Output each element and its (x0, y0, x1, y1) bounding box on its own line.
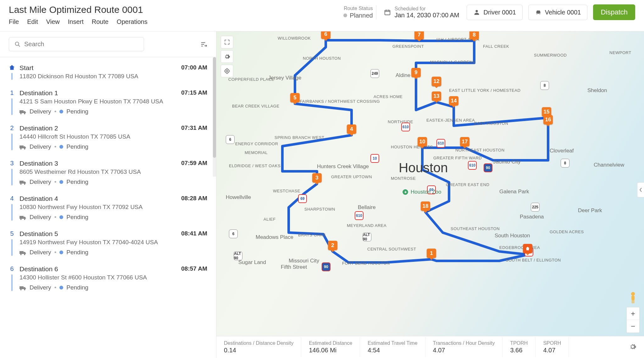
locate-button[interactable] (221, 65, 233, 77)
highway-shield: 90 (484, 163, 492, 172)
status-dot-icon (59, 180, 63, 184)
map-marker-16[interactable]: 16 (543, 115, 553, 126)
area-label: GREENSPOINT (392, 44, 424, 49)
status-dot-icon (59, 251, 63, 254)
poi-label: Houston Zoo (411, 189, 441, 195)
vehicle-button[interactable]: Vehicle 0001 (528, 5, 588, 20)
destination-number: 4 (10, 195, 14, 202)
highway-shield: 8 (540, 81, 549, 90)
route-status-label: Route Status (344, 6, 373, 11)
stat-label: Estimated Distance (309, 340, 352, 346)
settings-button[interactable] (221, 50, 233, 63)
highway-shield: 225 (531, 203, 540, 212)
destination-time: 07:59 AM (181, 160, 207, 167)
streetview-pegman[interactable] (629, 291, 637, 304)
svg-point-14 (24, 219, 25, 220)
area-label: South Houston (495, 233, 530, 239)
menu-item-file[interactable]: File (9, 18, 19, 25)
map-marker-18[interactable]: 18 (421, 201, 430, 212)
area-label: Howellville (226, 194, 251, 201)
paw-icon: ✦ (402, 189, 409, 196)
map-marker-6[interactable]: 6 (321, 31, 330, 40)
area-label: SUMMERWOOD (534, 53, 567, 58)
delivery-status: Pending (66, 249, 88, 256)
area-label: COPPERFIELD PLACE (228, 77, 275, 82)
svg-point-21 (226, 70, 228, 72)
stat-cell: Estimated Distance146.06 Mi (301, 337, 360, 357)
area-label: GREATER EAST END (446, 182, 489, 187)
stat-cell: Destinations / Distance Density0.14 (216, 337, 301, 357)
truck-icon (19, 285, 26, 290)
destination-item[interactable]: 1Destination 107:15 AM4121 S Sam Houston… (0, 85, 216, 120)
destination-address: 14919 Northwest Fwy Houston TX 77040-402… (19, 239, 170, 246)
highway-shield: 6 (229, 229, 238, 238)
highway-shield: ALT 90 (234, 251, 242, 260)
highway-shield: 610 (468, 161, 477, 170)
map-marker-2[interactable]: 2 (328, 241, 337, 251)
map-marker-4[interactable]: 4 (347, 124, 356, 135)
destination-number: 1 (10, 89, 14, 96)
destination-list[interactable]: Start07:00 AM11820 Dickinson Rd Houston … (0, 57, 216, 358)
destination-item[interactable]: 2Destination 207:31 AM14440 Hillcroft St… (0, 120, 216, 155)
map-marker-1[interactable]: 1 (427, 249, 436, 259)
destination-item[interactable]: 5Destination 508:41 AM14919 Northwest Fw… (0, 226, 216, 261)
area-label: FALL CREEK (483, 44, 509, 49)
map-marker-5[interactable]: 5 (290, 93, 300, 104)
zoom-in-button[interactable]: + (627, 307, 639, 320)
route-status-value: Planned (350, 12, 373, 19)
destination-address: 11820 Dickinson Rd Houston TX 77089 USA (19, 73, 170, 80)
search-input[interactable] (24, 41, 139, 48)
delivery-status: Pending (66, 214, 88, 221)
map-marker-9[interactable]: 9 (411, 68, 421, 79)
map-marker-17[interactable]: 17 (460, 137, 469, 148)
map-marker-home[interactable] (523, 244, 532, 255)
menu-item-operations[interactable]: Operations (117, 18, 147, 25)
menu-item-edit[interactable]: Edit (27, 18, 38, 25)
driver-button[interactable]: Driver 0001 (467, 5, 522, 20)
destination-item[interactable]: 4Destination 408:28 AM10830 Northwest Fw… (0, 190, 216, 226)
map-marker-14[interactable]: 14 (449, 96, 458, 107)
zoom-control: + − (626, 307, 640, 333)
stat-value: 3.66 (510, 347, 528, 354)
destination-title: Start (19, 64, 33, 72)
collapse-panel-button[interactable] (637, 182, 644, 197)
page-title: Last Mile Optimized Route 0001 (9, 4, 147, 15)
area-label: MONTROSE (391, 176, 416, 181)
destination-item[interactable]: Start07:00 AM11820 Dickinson Rd Houston … (0, 60, 216, 85)
dispatch-button[interactable]: Dispatch (593, 4, 635, 20)
area-label: Bellaire (358, 204, 376, 211)
svg-point-7 (20, 148, 22, 150)
fullscreen-button[interactable] (221, 36, 233, 48)
menu-item-route[interactable]: Route (92, 18, 108, 25)
destination-title: Destination 3 (19, 160, 58, 167)
user-icon (473, 9, 480, 16)
map-marker-12[interactable]: 12 (432, 77, 441, 87)
scheduled-value: Jan 14, 2030 07:00 AM (395, 12, 459, 19)
destination-item[interactable]: 3Destination 307:59 AM8605 Westheimer Rd… (0, 155, 216, 190)
map-marker-7[interactable]: 7 (414, 31, 424, 41)
stat-cell: SPORH4.07 (536, 337, 569, 357)
stat-value: 4.07 (543, 347, 561, 354)
footer-settings-button[interactable] (621, 343, 644, 352)
poi-houston-zoo[interactable]: ✦ Houston Zoo (402, 189, 441, 196)
stat-value: 4.07 (433, 347, 495, 354)
search-box[interactable] (9, 37, 144, 51)
highway-shield: 249 (370, 69, 379, 78)
svg-rect-0 (385, 10, 390, 15)
area-label: Pasadena (520, 214, 544, 220)
area-label: WESTCHASE (273, 189, 300, 193)
destination-item[interactable]: 6Destination 608:57 AM14300 Hollister St… (0, 261, 216, 296)
status-dot-icon (59, 215, 63, 219)
svg-point-2 (15, 42, 19, 45)
menu-item-insert[interactable]: Insert (68, 18, 84, 25)
map-marker-8[interactable]: 8 (469, 31, 479, 41)
map-marker-3[interactable]: 3 (312, 173, 322, 184)
map-marker-10[interactable]: 10 (418, 137, 427, 148)
svg-point-16 (20, 254, 22, 255)
menu-item-view[interactable]: View (46, 18, 60, 25)
delivery-type: Delivery (30, 143, 51, 150)
sort-icon[interactable] (200, 41, 207, 48)
map[interactable]: WILLOWBROOKNORTH HOUSTONCOPPERFIELD PLAC… (216, 31, 644, 358)
zoom-out-button[interactable]: − (627, 320, 639, 333)
map-marker-13[interactable]: 13 (432, 91, 441, 102)
